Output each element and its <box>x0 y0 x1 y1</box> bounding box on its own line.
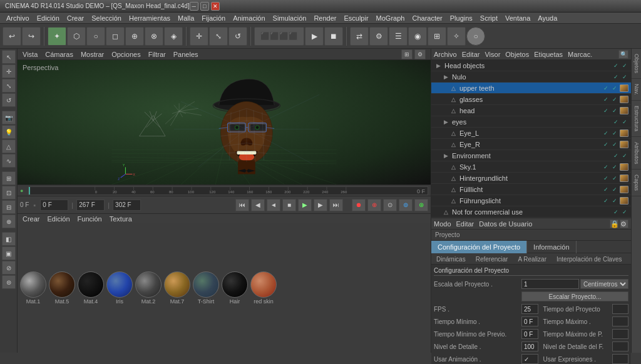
minimize-button[interactable]: ─ <box>190 2 198 11</box>
attr-input-tiempo-min[interactable] <box>524 318 536 325</box>
obj-vis-9[interactable]: ✓ <box>611 163 618 171</box>
attr-input-tiempo-max-prev[interactable] <box>615 331 627 338</box>
mode-btn-2[interactable]: ⬡ <box>67 27 86 46</box>
vp-btn-2[interactable]: ⚙ <box>414 49 426 59</box>
attr-input-expr[interactable] <box>615 356 627 363</box>
obj-vis-11[interactable]: ✓ <box>611 186 618 193</box>
attr-value-tiempo-max-prev[interactable] <box>612 329 629 339</box>
attr-value-nivel-f[interactable] <box>612 341 629 351</box>
obj-vis-2[interactable]: ✓ <box>611 84 618 92</box>
obj-vis-1[interactable]: ✓ <box>621 73 628 81</box>
side-tab-objetos[interactable]: Objetos <box>632 49 641 79</box>
mode-btn-4[interactable]: ◻ <box>106 27 125 46</box>
obj-item-5[interactable]: ▶eyes✓✓ <box>431 116 631 128</box>
attr-tab-info[interactable]: Información <box>527 241 576 253</box>
mat-item-7[interactable]: Hair <box>222 271 248 305</box>
tl-goto-start[interactable]: ⏮ <box>235 199 249 211</box>
menu-item-character[interactable]: Character <box>408 13 446 24</box>
attr-value-expr[interactable] <box>612 354 629 364</box>
attr-input-tiempo-min-prev[interactable] <box>524 331 536 338</box>
menu-item-ventana[interactable]: Ventana <box>501 13 534 24</box>
vp-menu-mostrar[interactable]: Mostrar <box>81 51 104 58</box>
viewport-3d[interactable]: X Y Z Perspectiva <box>18 60 431 185</box>
tl-auto-key[interactable]: ⊕ <box>367 199 381 211</box>
obj-check-0[interactable]: ✓ <box>612 62 620 69</box>
obj-item-6[interactable]: △Eye_L✓✓ <box>431 128 631 139</box>
redo-button[interactable]: ↪ <box>22 27 41 46</box>
obj-check-8[interactable]: ✓ <box>612 152 620 159</box>
obj-vis-7[interactable]: ✓ <box>611 141 618 148</box>
vp-btn-1[interactable]: ⊞ <box>401 49 413 59</box>
obj-vis-8[interactable]: ✓ <box>621 152 628 159</box>
menu-item-ayuda[interactable]: Ayuda <box>534 13 561 24</box>
obj-check-9[interactable]: ✓ <box>602 163 610 171</box>
attr-input-tiempo-proyecto[interactable] <box>615 306 627 313</box>
tool-8[interactable]: ⊕ <box>2 215 16 228</box>
render-btn-2[interactable]: ▶ <box>305 27 324 46</box>
tl-end-field[interactable] <box>113 200 141 211</box>
tool-11[interactable]: ⊘ <box>2 261 16 275</box>
menu-item-plugins[interactable]: Plugins <box>446 13 476 24</box>
timeline-track[interactable]: 0 20 40 60 80 100 120 140 160 180 200 22… <box>28 186 428 195</box>
obj-check-11[interactable]: ✓ <box>602 186 610 193</box>
mat-item-0[interactable]: Mat.1 <box>20 271 46 305</box>
vp-menu-opciones[interactable]: Opciones <box>111 51 140 58</box>
tool-12[interactable]: ⊜ <box>2 275 16 289</box>
attr-value-nivel[interactable] <box>521 341 538 351</box>
menu-item-simulación[interactable]: Simulación <box>269 13 310 24</box>
mat-menu-funcion[interactable]: Función <box>78 215 102 223</box>
obj-vis-5[interactable]: ✓ <box>621 118 628 126</box>
obj-vis-13[interactable]: ✓ <box>621 208 628 216</box>
attr-input-anim[interactable] <box>524 356 536 363</box>
mat-menu-textura[interactable]: Textura <box>110 215 132 223</box>
tool-scale[interactable]: ⤡ <box>2 79 16 93</box>
undo-button[interactable]: ↩ <box>3 27 21 46</box>
tool-polygon[interactable]: △ <box>2 139 16 153</box>
tool-9[interactable]: ◧ <box>2 232 16 246</box>
mode-btn-1[interactable]: ✦ <box>48 27 66 46</box>
menu-item-archivo[interactable]: Archivo <box>3 13 33 24</box>
mat-item-5[interactable]: Mat.7 <box>164 271 190 305</box>
menu-item-crear[interactable]: Crear <box>63 13 88 24</box>
misc-btn-1[interactable]: ⇄ <box>350 27 369 46</box>
obj-item-2[interactable]: △upper teeth✓✓ <box>431 83 631 94</box>
mat-menu-crear[interactable]: Crear <box>23 215 40 223</box>
attr-value-tiempo-max[interactable] <box>612 316 629 326</box>
tl-key2[interactable]: ⊚ <box>399 199 413 211</box>
attr-value-tiempo-min[interactable] <box>521 316 538 326</box>
obj-menu-editar[interactable]: Editar <box>462 51 480 58</box>
mat-item-1[interactable]: Mat.5 <box>49 271 75 305</box>
attr-tab-config[interactable]: Configuración del Proyecto <box>431 241 527 253</box>
tl-prev-frame[interactable]: ◀ <box>251 199 265 211</box>
tl-next-frame[interactable]: ▶ <box>314 199 327 211</box>
attr-subtab-dinamicas[interactable]: Dinámicas <box>431 253 471 265</box>
vp-menu-cameras[interactable]: Cámaras <box>45 51 73 58</box>
attr-subtab-realizar[interactable]: A Realizar <box>513 253 551 265</box>
obj-item-10[interactable]: △Hintergrundlicht✓✓ <box>431 173 631 184</box>
obj-item-0[interactable]: ▶Head objects✓✓ <box>431 60 631 71</box>
obj-check-3[interactable]: ✓ <box>602 96 610 103</box>
vp-menu-filtrar[interactable]: Filtrar <box>148 51 166 58</box>
obj-vis-6[interactable]: ✓ <box>611 129 618 137</box>
menu-item-esculpir[interactable]: Esculpir <box>340 13 372 24</box>
misc-btn-3[interactable]: ☰ <box>389 27 408 46</box>
render-btn-1[interactable]: ⬛⬛⬛⬛ <box>254 27 304 46</box>
attr-menu-editar[interactable]: Editar <box>456 220 474 228</box>
scale-button[interactable]: ⤡ <box>209 27 228 46</box>
obj-check-4[interactable]: ✓ <box>602 107 610 114</box>
obj-menu-marcac[interactable]: Marcac. <box>568 51 592 58</box>
attr-subtab-interpolacion[interactable]: Interpolación de Claves <box>551 253 627 265</box>
attr-settings-icon[interactable]: ⚙ <box>620 220 628 228</box>
obj-check-1[interactable]: ✓ <box>612 73 620 81</box>
tl-record[interactable]: ⏺ <box>352 199 366 211</box>
obj-item-3[interactable]: △glasses✓✓ <box>431 94 631 105</box>
obj-check-13[interactable]: ✓ <box>612 208 620 216</box>
obj-menu-archivo[interactable]: Archivo <box>434 51 457 58</box>
obj-search-icon[interactable]: 🔍 <box>618 50 628 59</box>
mode-btn-3[interactable]: ○ <box>86 27 105 46</box>
attr-value-fps[interactable] <box>521 304 538 314</box>
tool-7[interactable]: ⊟ <box>2 200 16 214</box>
tool-10[interactable]: ▣ <box>2 246 16 260</box>
tool-select[interactable]: ↖ <box>2 50 16 64</box>
attr-input-fps[interactable] <box>524 306 536 313</box>
